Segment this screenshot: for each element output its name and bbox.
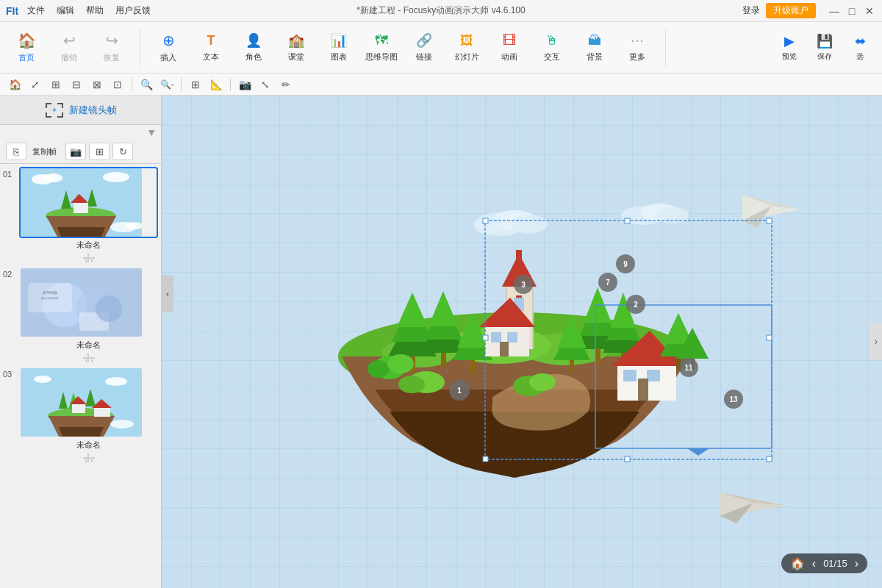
main-toolbar: 🏠 首页 ↩ 撤销 ↪ 恢复 ⊕ 插入 T 文本 👤 角色 🏫 课堂 (0, 22, 882, 74)
new-frame-button[interactable]: 新建镜头帧 (69, 104, 117, 117)
select-button[interactable]: ⬌ 选 (844, 26, 876, 70)
svg-point-41 (105, 377, 127, 386)
svg-text:2: 2 (634, 301, 638, 309)
more-button[interactable]: ⋯ 更多 (617, 26, 658, 70)
ct-screenshot-button[interactable]: 📷 (236, 76, 254, 93)
ct-fit-all-button[interactable]: ⤢ (26, 76, 44, 93)
menu-file[interactable]: 文件 (27, 4, 45, 17)
svg-point-84 (387, 354, 414, 373)
text-button[interactable]: T 文本 (190, 26, 232, 70)
canvas-area[interactable]: 1 2 3 7 9 11 1 (162, 96, 882, 588)
undo-button[interactable]: ↩ 撤销 (49, 26, 90, 70)
svg-point-34 (96, 295, 122, 322)
login-button[interactable]: 登录 (742, 4, 760, 17)
sel-handle-bm (625, 456, 630, 462)
frame-bubble-1: 1 (449, 380, 470, 401)
slide-thumb-2: 文字内容 演示文稿内容 (21, 268, 142, 337)
link-button[interactable]: 🔗 链接 (404, 26, 445, 70)
link-label: 链接 (416, 51, 432, 62)
svg-rect-56 (91, 459, 93, 462)
classroom-label: 课堂 (288, 51, 304, 62)
interaction-label: 交互 (544, 51, 560, 62)
main-area: + 新建镜头帧 ▼ ⎘ 复制帧 📷 ⊞ ↻ 01 (0, 96, 882, 588)
chart-icon: 📊 (331, 32, 347, 49)
home-icon: 🏠 (18, 32, 36, 49)
svg-rect-7 (62, 112, 63, 118)
insert-button[interactable]: ⊕ 插入 (148, 26, 189, 70)
toolbar-sep-2 (665, 29, 666, 66)
slide-icon-2 (19, 352, 158, 364)
left-collapse-button[interactable]: ‹ (162, 276, 173, 312)
preview-button[interactable]: ▶ 预览 (773, 26, 806, 70)
svg-rect-48 (72, 403, 85, 413)
slide-thumb-container-2: 文字内容 演示文稿内容 未命名 (19, 267, 158, 364)
copy-frame-button[interactable]: ⎘ (6, 143, 26, 160)
playback-next-icon[interactable]: › (855, 557, 858, 570)
playback-prev-icon[interactable]: ‹ (812, 557, 816, 570)
slide-item-1[interactable]: 01 (3, 167, 158, 264)
svg-text:+: + (52, 107, 56, 114)
svg-marker-15 (57, 227, 105, 237)
background-button[interactable]: 🏔 背景 (574, 26, 615, 70)
svg-rect-36 (87, 354, 89, 362)
ct-fit-width-button[interactable]: ⊞ (47, 76, 65, 93)
window-controls: — □ ✕ (828, 4, 876, 18)
mindmap-button[interactable]: 🗺 思维导图 (361, 26, 402, 70)
slide-name-2: 未命名 (19, 338, 158, 352)
chart-label: 图表 (331, 51, 347, 62)
right-panel-collapse-button[interactable]: › (870, 323, 882, 360)
frame-bubble-2: 2 (626, 295, 645, 314)
redo-button[interactable]: ↪ 恢复 (91, 26, 132, 70)
chart-button[interactable]: 📊 图表 (318, 26, 359, 70)
sel-handle-tm (625, 218, 630, 223)
new-frame-label: 新建镜头帧 (69, 104, 117, 117)
ct-home-button[interactable]: 🏠 (6, 76, 24, 93)
character-button[interactable]: 👤 角色 (233, 26, 274, 70)
upgrade-button[interactable]: 升级账户 (766, 3, 816, 18)
ct-fit-sel-button[interactable]: ⊡ (109, 76, 126, 93)
camera-button[interactable]: 📷 (65, 143, 86, 160)
svg-rect-105 (516, 250, 522, 261)
sel-handle-bl (483, 456, 488, 462)
frame-bubble-9: 9 (616, 254, 635, 273)
animation-button[interactable]: 🎞 动画 (489, 26, 530, 70)
slides-button[interactable]: 🖼 幻灯片 (446, 26, 487, 70)
close-button[interactable]: ✕ (863, 4, 876, 18)
slide-num-3: 03 (3, 370, 16, 379)
rotate-button[interactable]: ↻ (112, 143, 133, 160)
sidebar-down-arrow[interactable]: ▼ (146, 126, 157, 138)
ct-edit-button[interactable]: ✏ (277, 76, 295, 93)
mindmap-label: 思维导图 (365, 51, 398, 62)
menu-feedback[interactable]: 用户反馈 (115, 4, 151, 17)
ct-fullscreen-button[interactable]: ⤡ (257, 76, 274, 93)
menu-edit[interactable]: 编辑 (57, 4, 74, 17)
minimize-button[interactable]: — (828, 4, 841, 18)
ct-zoom-in-button[interactable]: 🔍 (137, 76, 155, 93)
ct-align-button[interactable]: ⊞ (187, 76, 204, 93)
svg-point-83 (368, 360, 390, 378)
svg-rect-109 (507, 332, 517, 343)
grid-button[interactable]: ⊞ (89, 143, 110, 160)
interaction-button[interactable]: 🖱 交互 (531, 26, 573, 70)
slide-item-2[interactable]: 02 文字内容 演示文稿内容 (3, 267, 158, 364)
ct-fit-height-button[interactable]: ⊟ (68, 76, 85, 93)
sel-handle-mr (767, 335, 772, 340)
ct-zoom-out-button[interactable]: 🔍- (158, 76, 176, 93)
cloud-top-right (621, 204, 689, 225)
save-button[interactable]: 💾 保存 (808, 26, 841, 70)
ct-distribute-button[interactable]: 📐 (207, 76, 225, 93)
background-icon: 🏔 (588, 33, 601, 49)
ct-fit-page-button[interactable]: ⊠ (88, 76, 106, 93)
slide-item-3[interactable]: 03 (3, 367, 158, 464)
svg-text:11: 11 (684, 364, 693, 372)
home-button[interactable]: 🏠 首页 (6, 26, 47, 70)
maximize-button[interactable]: □ (845, 4, 858, 18)
svg-rect-5 (46, 112, 47, 118)
slide-num-2: 02 (3, 270, 16, 279)
slide-thumb-container-1: 未命名 (19, 167, 158, 264)
classroom-button[interactable]: 🏫 课堂 (276, 26, 317, 70)
svg-rect-104 (516, 295, 522, 298)
playback-home-icon[interactable]: 🏠 (790, 556, 805, 570)
slide-thumb-1 (21, 168, 142, 237)
menu-help[interactable]: 帮助 (86, 4, 104, 17)
